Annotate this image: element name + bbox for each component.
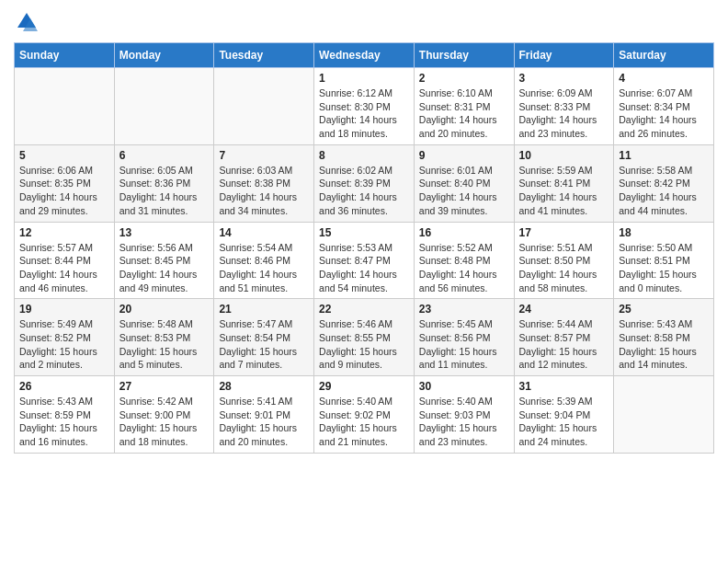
- day-number: 27: [119, 380, 210, 393]
- header-friday: Friday: [514, 43, 614, 68]
- day-info: Sunrise: 6:07 AM Sunset: 8:34 PM Dayligh…: [619, 86, 709, 141]
- day-info: Sunrise: 6:02 AM Sunset: 8:39 PM Dayligh…: [319, 164, 409, 218]
- day-info: Sunrise: 5:45 AM Sunset: 8:56 PM Dayligh…: [419, 317, 509, 372]
- day-number: 22: [319, 303, 409, 316]
- calendar-cell: 3Sunrise: 6:09 AM Sunset: 8:33 PM Daylig…: [514, 68, 614, 145]
- calendar-cell: 8Sunrise: 6:02 AM Sunset: 8:39 PM Daylig…: [314, 144, 415, 222]
- day-number: 12: [19, 226, 109, 239]
- logo: [14, 9, 41, 35]
- calendar-cell: 13Sunrise: 5:56 AM Sunset: 8:45 PM Dayli…: [114, 222, 214, 299]
- calendar-cell: 9Sunrise: 6:01 AM Sunset: 8:40 PM Daylig…: [414, 144, 514, 222]
- week-row-3: 12Sunrise: 5:57 AM Sunset: 8:44 PM Dayli…: [15, 222, 714, 299]
- calendar-cell: 27Sunrise: 5:42 AM Sunset: 9:00 PM Dayli…: [114, 376, 214, 454]
- day-number: 6: [119, 149, 210, 162]
- day-number: 26: [19, 380, 109, 393]
- day-number: 10: [519, 149, 609, 162]
- calendar-cell: 24Sunrise: 5:44 AM Sunset: 8:57 PM Dayli…: [514, 299, 614, 376]
- day-info: Sunrise: 6:05 AM Sunset: 8:36 PM Dayligh…: [119, 164, 210, 218]
- day-info: Sunrise: 5:47 AM Sunset: 8:54 PM Dayligh…: [219, 317, 309, 372]
- day-number: 2: [419, 72, 509, 85]
- calendar-cell: 14Sunrise: 5:54 AM Sunset: 8:46 PM Dayli…: [214, 222, 314, 299]
- calendar-cell: 30Sunrise: 5:40 AM Sunset: 9:03 PM Dayli…: [414, 376, 514, 454]
- day-number: 20: [119, 303, 210, 316]
- day-number: 25: [619, 303, 709, 316]
- day-info: Sunrise: 5:51 AM Sunset: 8:50 PM Dayligh…: [519, 241, 609, 295]
- calendar-cell: 5Sunrise: 6:06 AM Sunset: 8:35 PM Daylig…: [15, 144, 115, 222]
- calendar-cell: 18Sunrise: 5:50 AM Sunset: 8:51 PM Dayli…: [614, 222, 714, 299]
- header-thursday: Thursday: [414, 43, 514, 68]
- calendar-cell: 7Sunrise: 6:03 AM Sunset: 8:38 PM Daylig…: [214, 144, 314, 222]
- calendar-cell: 16Sunrise: 5:52 AM Sunset: 8:48 PM Dayli…: [414, 222, 514, 299]
- calendar-cell: 10Sunrise: 5:59 AM Sunset: 8:41 PM Dayli…: [514, 144, 614, 222]
- day-number: 15: [319, 226, 409, 239]
- day-number: 17: [519, 226, 609, 239]
- day-number: 31: [519, 380, 609, 393]
- day-number: 16: [419, 226, 509, 239]
- logo-icon: [14, 9, 40, 35]
- calendar-cell: [214, 68, 314, 145]
- calendar-cell: [614, 376, 714, 454]
- calendar-cell: 1Sunrise: 6:12 AM Sunset: 8:30 PM Daylig…: [314, 68, 415, 145]
- day-info: Sunrise: 5:48 AM Sunset: 8:53 PM Dayligh…: [119, 317, 210, 372]
- day-info: Sunrise: 5:39 AM Sunset: 9:04 PM Dayligh…: [519, 395, 609, 449]
- day-number: 8: [319, 149, 409, 162]
- header-row: SundayMondayTuesdayWednesdayThursdayFrid…: [15, 43, 714, 68]
- week-row-2: 5Sunrise: 6:06 AM Sunset: 8:35 PM Daylig…: [15, 144, 714, 222]
- calendar-body: 1Sunrise: 6:12 AM Sunset: 8:30 PM Daylig…: [15, 68, 714, 454]
- day-number: 14: [219, 226, 309, 239]
- day-number: 5: [19, 149, 109, 162]
- day-number: 4: [619, 72, 709, 85]
- calendar-cell: 4Sunrise: 6:07 AM Sunset: 8:34 PM Daylig…: [614, 68, 714, 145]
- day-info: Sunrise: 5:58 AM Sunset: 8:42 PM Dayligh…: [619, 164, 709, 218]
- day-info: Sunrise: 6:03 AM Sunset: 8:38 PM Dayligh…: [219, 164, 309, 218]
- day-number: 28: [219, 380, 309, 393]
- day-info: Sunrise: 6:01 AM Sunset: 8:40 PM Dayligh…: [419, 164, 509, 218]
- day-number: 3: [519, 72, 609, 85]
- day-info: Sunrise: 6:12 AM Sunset: 8:30 PM Dayligh…: [319, 86, 409, 141]
- day-info: Sunrise: 5:53 AM Sunset: 8:47 PM Dayligh…: [319, 241, 409, 295]
- day-info: Sunrise: 5:54 AM Sunset: 8:46 PM Dayligh…: [219, 241, 309, 295]
- calendar-cell: 25Sunrise: 5:43 AM Sunset: 8:58 PM Dayli…: [614, 299, 714, 376]
- calendar-cell: [15, 68, 115, 145]
- calendar-cell: 31Sunrise: 5:39 AM Sunset: 9:04 PM Dayli…: [514, 376, 614, 454]
- calendar-cell: 15Sunrise: 5:53 AM Sunset: 8:47 PM Dayli…: [314, 222, 415, 299]
- calendar-cell: 21Sunrise: 5:47 AM Sunset: 8:54 PM Dayli…: [214, 299, 314, 376]
- day-number: 13: [119, 226, 210, 239]
- day-number: 11: [619, 149, 709, 162]
- calendar-cell: 11Sunrise: 5:58 AM Sunset: 8:42 PM Dayli…: [614, 144, 714, 222]
- header-sunday: Sunday: [15, 43, 115, 68]
- calendar-cell: 17Sunrise: 5:51 AM Sunset: 8:50 PM Dayli…: [514, 222, 614, 299]
- calendar-cell: 23Sunrise: 5:45 AM Sunset: 8:56 PM Dayli…: [414, 299, 514, 376]
- day-info: Sunrise: 5:52 AM Sunset: 8:48 PM Dayligh…: [419, 241, 509, 295]
- day-number: 7: [219, 149, 309, 162]
- day-info: Sunrise: 5:43 AM Sunset: 8:58 PM Dayligh…: [619, 317, 709, 372]
- header-wednesday: Wednesday: [314, 43, 415, 68]
- day-number: 24: [519, 303, 609, 316]
- calendar-cell: 29Sunrise: 5:40 AM Sunset: 9:02 PM Dayli…: [314, 376, 415, 454]
- header-monday: Monday: [114, 43, 214, 68]
- day-info: Sunrise: 5:49 AM Sunset: 8:52 PM Dayligh…: [19, 317, 109, 372]
- day-number: 29: [319, 380, 409, 393]
- day-info: Sunrise: 5:41 AM Sunset: 9:01 PM Dayligh…: [219, 395, 309, 449]
- calendar-header: SundayMondayTuesdayWednesdayThursdayFrid…: [15, 43, 714, 68]
- day-info: Sunrise: 5:59 AM Sunset: 8:41 PM Dayligh…: [519, 164, 609, 218]
- day-info: Sunrise: 5:56 AM Sunset: 8:45 PM Dayligh…: [119, 241, 210, 295]
- calendar-cell: 2Sunrise: 6:10 AM Sunset: 8:31 PM Daylig…: [414, 68, 514, 145]
- calendar-cell: 28Sunrise: 5:41 AM Sunset: 9:01 PM Dayli…: [214, 376, 314, 454]
- day-number: 23: [419, 303, 509, 316]
- header-tuesday: Tuesday: [214, 43, 314, 68]
- week-row-1: 1Sunrise: 6:12 AM Sunset: 8:30 PM Daylig…: [15, 68, 714, 145]
- day-info: Sunrise: 5:57 AM Sunset: 8:44 PM Dayligh…: [19, 241, 109, 295]
- calendar-cell: 20Sunrise: 5:48 AM Sunset: 8:53 PM Dayli…: [114, 299, 214, 376]
- day-number: 18: [619, 226, 709, 239]
- day-info: Sunrise: 6:09 AM Sunset: 8:33 PM Dayligh…: [519, 86, 609, 141]
- calendar-cell: 26Sunrise: 5:43 AM Sunset: 8:59 PM Dayli…: [15, 376, 115, 454]
- day-number: 21: [219, 303, 309, 316]
- day-info: Sunrise: 5:50 AM Sunset: 8:51 PM Dayligh…: [619, 241, 709, 295]
- day-info: Sunrise: 5:46 AM Sunset: 8:55 PM Dayligh…: [319, 317, 409, 372]
- day-info: Sunrise: 6:06 AM Sunset: 8:35 PM Dayligh…: [19, 164, 109, 218]
- page-header: [14, 9, 714, 35]
- day-info: Sunrise: 5:40 AM Sunset: 9:03 PM Dayligh…: [419, 395, 509, 449]
- day-number: 9: [419, 149, 509, 162]
- calendar-table: SundayMondayTuesdayWednesdayThursdayFrid…: [14, 42, 714, 454]
